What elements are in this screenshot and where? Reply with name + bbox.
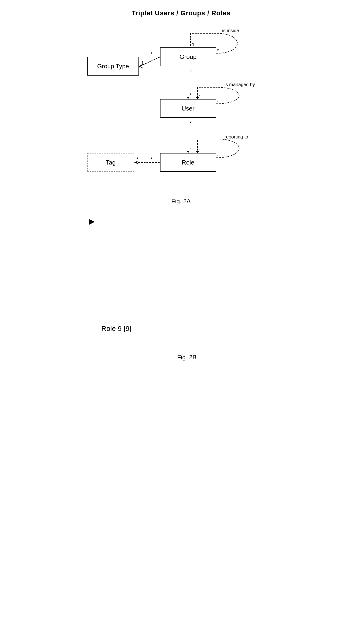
page: Triplet Users / Groups / Roles [0, 0, 362, 644]
box-role: Role [160, 153, 216, 172]
svg-text:*: * [189, 121, 191, 126]
role-label: Role 9 [9] [101, 324, 132, 332]
box-user: User [160, 99, 216, 118]
svg-text:*: * [137, 156, 139, 162]
svg-marker-20 [187, 151, 189, 153]
diagram-area: is inside 1 * * 1 [76, 19, 287, 195]
svg-text:*: * [151, 52, 153, 56]
fig2a-label: Fig. 2A [76, 198, 287, 205]
svg-text:1: 1 [198, 94, 201, 99]
svg-text:1: 1 [189, 68, 192, 73]
svg-text:*: * [151, 156, 153, 162]
svg-text:*: * [217, 48, 219, 53]
svg-line-8 [140, 57, 160, 66]
svg-text:is inside: is inside [222, 28, 239, 33]
svg-text:*: * [217, 154, 219, 159]
diagram-title: Triplet Users / Groups / Roles [76, 10, 287, 17]
box-group: Group [160, 48, 216, 66]
svg-text:1: 1 [198, 148, 201, 153]
box-tag: Tag [87, 153, 134, 172]
box-group-type: Group Type [87, 57, 139, 76]
svg-text:reporting to: reporting to [224, 134, 248, 140]
svg-text:*: * [189, 92, 191, 98]
svg-line-7 [140, 57, 160, 66]
svg-text:is managed by: is managed by [224, 82, 255, 87]
svg-text:1: 1 [189, 147, 192, 152]
svg-text:*: * [217, 100, 219, 105]
fig2b-content: Role 9 [9] [87, 232, 287, 349]
play-button-icon: ► [87, 216, 97, 227]
fig2b-section: ► Role 9 [9] Fig. 2B [76, 216, 287, 361]
svg-marker-12 [187, 97, 189, 99]
fig2a-container: Triplet Users / Groups / Roles [76, 10, 287, 202]
svg-text:1: 1 [192, 42, 194, 47]
svg-text:1: 1 [141, 60, 144, 66]
fig2b-label: Fig. 2B [87, 354, 287, 361]
